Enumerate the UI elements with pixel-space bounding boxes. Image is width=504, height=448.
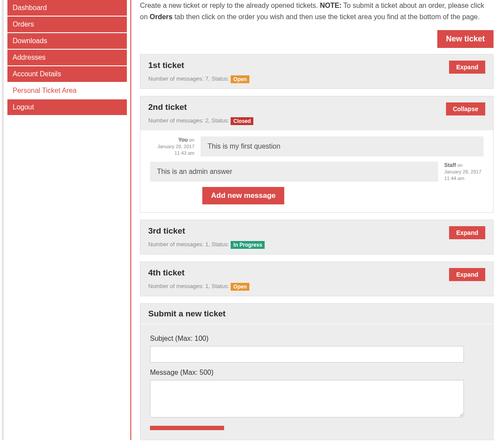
status-badge: Open [231, 283, 249, 291]
message-bubble: This is an admin answer [150, 162, 438, 182]
status-badge: Closed [231, 117, 253, 125]
ticket-meta: Number of messages: 2, Status: Closed [148, 117, 446, 125]
ticket-title: 4th ticket [148, 268, 449, 278]
submit-button[interactable] [150, 426, 224, 430]
form-title: Submit a new ticket [140, 304, 493, 324]
subject-label: Subject (Max: 100) [150, 335, 484, 343]
account-nav: Dashboard Orders Downloads Addresses Acc… [4, 0, 130, 440]
ticket-meta: Number of messages: 1, Status: Open [148, 283, 449, 291]
ticket-title: 2nd ticket [148, 102, 446, 112]
message-label: Message (Max: 500) [150, 369, 484, 377]
nav-addresses[interactable]: Addresses [7, 50, 127, 65]
ticket-message-staff: This is an admin answer Staff on January… [150, 162, 484, 182]
nav-personal-ticket-area[interactable]: Personal Ticket Area [7, 83, 127, 98]
ticket-card: 1st ticket Number of messages: 7, Status… [140, 54, 494, 89]
ticket-message-user: You on January 28, 2017 11:43 am This is… [150, 136, 484, 156]
subject-input[interactable] [150, 346, 464, 363]
new-ticket-button[interactable]: New ticket [437, 30, 494, 48]
collapse-button[interactable]: Collapse [446, 102, 485, 115]
ticket-meta: Number of messages: 1, Status: In Progre… [148, 241, 449, 249]
message-bubble: This is my first question [201, 136, 484, 156]
status-badge: Open [231, 75, 249, 83]
ticket-title: 1st ticket [148, 61, 449, 70]
ticket-meta: Number of messages: 7, Status: Open [148, 75, 449, 83]
new-ticket-form: Submit a new ticket Subject (Max: 100) M… [140, 303, 494, 440]
message-textarea[interactable] [150, 380, 464, 417]
nav-account-details[interactable]: Account Details [7, 66, 127, 82]
expand-button[interactable]: Expand [449, 268, 485, 281]
expand-button[interactable]: Expand [449, 61, 485, 74]
nav-dashboard[interactable]: Dashboard [7, 0, 127, 16]
nav-logout[interactable]: Logout [7, 99, 127, 115]
expand-button[interactable]: Expand [449, 226, 485, 239]
nav-orders[interactable]: Orders [7, 17, 127, 32]
nav-downloads[interactable]: Downloads [7, 33, 127, 49]
ticket-card: 2nd ticket Number of messages: 2, Status… [140, 96, 494, 213]
ticket-card: 4th ticket Number of messages: 1, Status… [140, 261, 494, 296]
ticket-card: 3rd ticket Number of messages: 1, Status… [140, 220, 494, 255]
status-badge: In Progress [231, 241, 265, 249]
intro-text: Create a new ticket or reply to the alre… [140, 0, 494, 22]
ticket-title: 3rd ticket [148, 226, 449, 236]
ticket-area: Create a new ticket or reply to the alre… [140, 0, 502, 440]
add-message-button[interactable]: Add new message [202, 187, 284, 204]
